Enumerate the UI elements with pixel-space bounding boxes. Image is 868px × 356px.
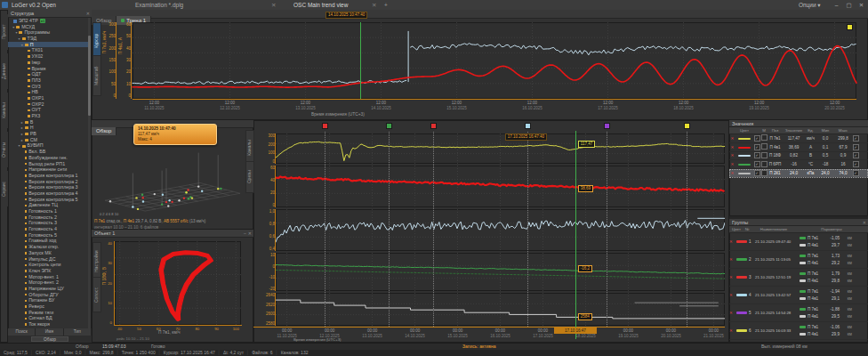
group-flag-marker-1[interactable] [322, 123, 328, 129]
surface-caption-link[interactable]: АВ 5557 об/с [164, 219, 189, 223]
checkbox[interactable]: ✓ [853, 152, 859, 158]
xy-minimize-icon[interactable]: – [244, 230, 246, 237]
left-strip-tab-0[interactable]: Проект [1, 14, 8, 50]
stacked-cursor-line[interactable] [575, 131, 576, 339]
group-flag-marker-3[interactable] [430, 123, 437, 129]
tree-tab-1[interactable]: Имя [36, 328, 63, 336]
legend-row[interactable]: ✕✓П 2К124,0кПа24,074,0✓ [729, 169, 868, 178]
view-tab-close-icon[interactable]: ✕ [372, 0, 376, 10]
checkbox[interactable]: ✓ [853, 144, 859, 150]
window-close-button[interactable]: ✕ [856, 0, 867, 10]
legend-row[interactable]: ✕✓П 18Ф0,82В0,50,9✓ [729, 152, 868, 161]
left-strip-tab-2[interactable]: Каналы [1, 93, 8, 128]
tree-item[interactable]: ▸РВ [8, 131, 88, 137]
left-strip-tab-4[interactable]: Сервис [1, 171, 8, 206]
remove-icon[interactable]: ✕ [729, 162, 735, 166]
stacked-y-axis-2[interactable]: 1,00,80,60,4 [255, 209, 276, 251]
stacked-y-axis-1[interactable]: 6040200 [255, 166, 276, 207]
tree-item[interactable]: Готовность 4 [8, 226, 88, 232]
overview-marker-flag-yellow[interactable] [847, 24, 853, 30]
tree-footer-badge[interactable]: Обзор [31, 336, 68, 342]
tree-item[interactable]: РХ3 [8, 113, 88, 119]
tree-item[interactable]: Версия контроллера 1 [8, 173, 88, 179]
tree-tab-2[interactable]: Тип [64, 328, 92, 336]
stacked-y-axis-0[interactable]: 3002001000 [255, 134, 276, 164]
tree-item[interactable]: Готовность 1 [8, 208, 88, 214]
group-flag-marker-2[interactable] [386, 123, 392, 129]
tree-scrollbar-thumb[interactable] [88, 36, 91, 116]
surface-caption-link[interactable]: П 4в1 [124, 219, 134, 223]
tree-item[interactable]: ТХ01 [8, 47, 88, 53]
stacked-plot-3[interactable] [276, 253, 725, 291]
checkbox[interactable] [761, 161, 768, 167]
file-row[interactable]: ✕221.10.2025 11:13:05П 7в11,73кмП 4в129,… [729, 251, 868, 269]
tree-item[interactable]: ▸В [8, 119, 88, 125]
tree-item[interactable]: Готовность 5 [8, 232, 88, 239]
tree-item[interactable]: Ключ ЭПК [8, 268, 88, 274]
checkbox[interactable]: ✓ [853, 170, 859, 176]
tree-item[interactable]: Выход реле РП1 [8, 161, 88, 167]
tree-item[interactable]: УХ02 [8, 53, 88, 60]
file-row[interactable]: ✕521.10.2025 14:54:28П 7в1-1,88кмП 4в129… [729, 304, 868, 322]
tree-item[interactable]: Время [8, 66, 88, 72]
checkbox[interactable]: ✓ [754, 152, 760, 158]
tree-item[interactable]: Режим тяги [8, 310, 88, 316]
remove-icon[interactable]: ✕ [729, 136, 735, 141]
tree-item[interactable]: Возбуждение ген. [8, 155, 88, 161]
file-row[interactable]: ✕421.10.2025 13:42:57П 7в1-1,94кмП 4в129… [729, 287, 868, 304]
tree-item[interactable]: Версия контроллера 5 [8, 197, 88, 203]
checkbox[interactable] [761, 170, 768, 176]
view-tab[interactable]: OSC Main trend view [293, 0, 348, 10]
stacked-y-axis-3[interactable]: 100-10-20 [255, 253, 276, 291]
legend-row[interactable]: ✕✓П 4в138,69А0,167,9✓ [729, 143, 868, 152]
checkbox[interactable]: ✓ [853, 135, 859, 142]
tree-item[interactable]: Вкл. БВ [8, 149, 88, 155]
checkbox[interactable]: ✓ [754, 135, 760, 142]
tree-item[interactable]: Ток якоря [8, 321, 88, 328]
checkbox[interactable]: ✓ [853, 161, 859, 167]
tree-item[interactable]: ▸СМ [8, 137, 88, 143]
tree-item[interactable]: Сигнал БД [8, 315, 88, 321]
checkbox[interactable]: ✓ [754, 144, 760, 150]
tree-item[interactable]: Мотор-вент. 1 [8, 274, 88, 280]
tree-item[interactable]: Версия контроллера 2 [8, 179, 88, 185]
tree-item[interactable]: ОДТ [8, 71, 88, 77]
tree-item[interactable]: ▾П [8, 42, 88, 48]
group-flag-marker-6[interactable] [684, 123, 690, 129]
tree-item[interactable]: ЭП2 4ТРв1 [8, 18, 88, 24]
tree-item[interactable]: Обороты ДГУ [8, 292, 88, 298]
overview-plot[interactable] [133, 22, 856, 99]
tree-tab-0[interactable]: Поиск [8, 328, 36, 336]
stacked-plot-4[interactable] [276, 293, 725, 326]
remove-icon[interactable]: ✕ [729, 171, 735, 175]
file-row[interactable]: ✕321.10.2025 12:51:19П 7в11,79кмП 4в129,… [729, 269, 868, 287]
file-row[interactable]: ✕121.10.2025 09:47:40П 7в1-1,05кмП 4в129… [729, 233, 868, 251]
overview-side-tab-scale[interactable]: Масштаб [92, 55, 101, 96]
checkbox[interactable]: ✓ [754, 161, 760, 167]
tree-item[interactable]: Реверс [8, 303, 88, 310]
tree-item[interactable]: Жалюзи откр. [8, 244, 88, 250]
tree-item[interactable]: ▾МСУД [8, 24, 88, 30]
new-tab-icon[interactable]: + [384, 0, 388, 10]
stacked-plot-2[interactable] [276, 209, 725, 251]
stacked-plot-0[interactable] [276, 134, 725, 164]
tree-item[interactable]: ▾БУВИП [8, 142, 88, 149]
tree-item[interactable]: Готовность 2 [8, 214, 88, 221]
tree-item[interactable]: Давление ТЦ [8, 202, 88, 208]
left-strip-tab-3[interactable]: Отчёты [1, 132, 8, 167]
overview-y-axis-current[interactable]: 6050403020100 [117, 22, 132, 99]
document-tab-close-icon[interactable]: ✕ [271, 0, 276, 10]
tree-item[interactable]: ▸Н [8, 125, 88, 131]
checkbox[interactable] [761, 143, 768, 150]
tree-item[interactable]: Iякр [8, 60, 88, 66]
tree-item[interactable]: Мотор-вент. 2 [8, 279, 88, 286]
surface-side-tab-slices[interactable]: Срезы [245, 161, 254, 193]
surface-caption-link[interactable]: П 7в1 [94, 219, 105, 223]
tree-scrollbar[interactable] [88, 18, 91, 328]
tree-item[interactable]: ОХР1 [8, 95, 88, 101]
xy-plot[interactable] [115, 241, 241, 325]
checkbox[interactable]: ✓ [754, 170, 760, 176]
options-menu-button[interactable]: Опции ▾ [799, 0, 821, 10]
checkbox[interactable] [761, 152, 768, 158]
tree-item[interactable]: Импульс ДС [8, 256, 88, 263]
